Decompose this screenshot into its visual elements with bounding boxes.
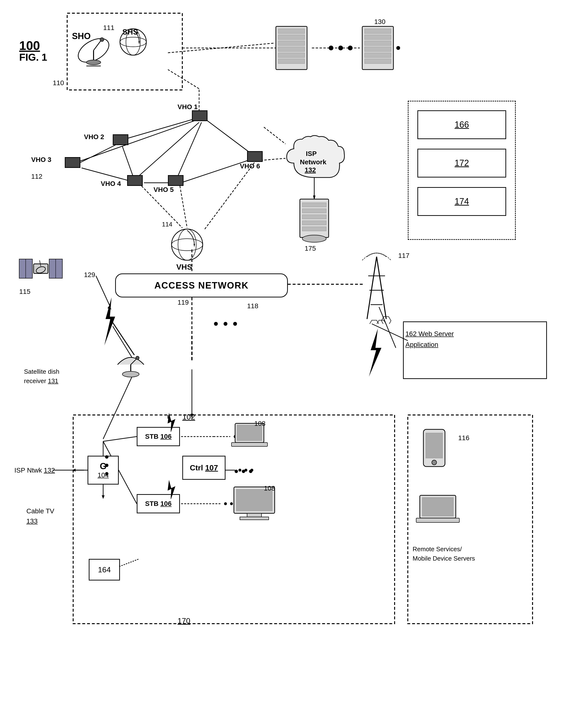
figure-title: FIG. 1 [19,51,47,63]
vho5-node [168,175,183,186]
svg-point-145 [242,470,245,473]
svg-line-8 [134,122,199,180]
svg-point-146 [249,470,252,473]
svg-point-96 [171,239,203,251]
vho5-label: VHO 5 [154,186,174,194]
svg-rect-80 [278,41,305,45]
svg-rect-90 [365,41,391,45]
svg-line-65 [103,374,133,439]
svg-line-6 [125,117,199,139]
isp-ntwk-label: ISP Ntwk 132 [14,465,55,476]
svg-rect-135 [240,517,269,520]
laptop-icon-2 [415,492,461,529]
box-174: 174 [417,187,506,216]
svg-line-10 [206,120,254,156]
vho1-label: VHO 1 [177,103,198,111]
lightning-bolt-stb2 [163,480,180,500]
svg-point-85 [338,45,343,50]
svg-point-22 [224,322,228,326]
svg-marker-76 [138,41,140,44]
lightning-bolt-stb1 [163,413,180,433]
lightning-bolt-2 [365,328,386,378]
server-cluster [271,19,415,87]
label-130: 130 [374,18,385,26]
svg-text:132: 132 [305,166,316,174]
svg-marker-124 [369,328,381,377]
vho1-node [192,110,207,121]
label-114: 114 [162,221,172,228]
svg-rect-140 [422,497,453,516]
svg-line-117 [377,257,386,319]
svg-point-49 [224,502,227,505]
access-network-box: ACCESS NETWORK [115,273,288,298]
svg-rect-93 [365,59,391,64]
vho4-node [127,175,143,186]
svg-text:Network: Network [300,158,327,166]
access-network-label: ACCESS NETWORK [154,280,248,291]
server-175 [295,197,333,246]
dots-home [103,453,110,478]
label-115: 115 [19,288,30,296]
svg-rect-88 [365,29,391,34]
svg-rect-82 [278,53,305,58]
svg-point-71 [100,38,104,41]
svg-marker-115 [104,298,115,345]
box-164: 164 [89,559,120,581]
satellite-icon [17,247,65,291]
label-118: 118 [247,302,258,310]
svg-rect-78 [278,29,305,34]
svg-point-147 [105,455,108,459]
vho3-label: VHO 3 [31,156,51,164]
vhs-label: VHS [176,263,192,272]
svg-marker-55 [102,495,105,499]
vho2-label: VHO 2 [84,133,104,141]
web-server-box [403,321,547,379]
diagram: 100 FIG. 1 SHO 111 SHS 110 [0,0,575,728]
svg-marker-121 [369,320,379,324]
svg-point-126 [122,371,139,377]
svg-text:ISP: ISP [306,150,317,158]
label-175: 175 [305,245,316,252]
remote-services-label: Remote Services/ Mobile Device Servers [413,545,475,563]
svg-rect-141 [416,518,460,522]
svg-line-16 [180,186,187,228]
svg-point-69 [87,60,101,65]
mobile-phone-icon [415,427,453,476]
svg-marker-97 [194,244,195,247]
svg-line-57 [103,437,137,441]
label-170: 170 [177,617,190,625]
svg-marker-53 [72,469,75,472]
shs-label: SHS [122,28,138,36]
label-117: 117 [398,252,409,259]
vhs-icon [168,226,206,265]
svg-point-86 [348,45,352,50]
label-112: 112 [31,173,42,180]
figure-ref: 100 [19,38,40,53]
label-108a: 108 [254,420,266,427]
sat-dish-receiver [113,345,149,380]
svg-point-107 [302,235,326,242]
satellite-dish-label: Satellite dishreceiver 131 [24,367,59,386]
svg-line-18 [182,158,254,182]
svg-line-7 [74,120,197,163]
vho2-node [113,134,128,145]
isp-network-cloud: ISP Network 132 [282,134,349,183]
svg-point-128 [136,356,139,359]
svg-rect-102 [302,203,326,207]
svg-rect-106 [302,227,326,231]
svg-point-75 [120,37,146,47]
svg-line-42 [168,43,273,53]
box-166: 166 [417,110,506,139]
svg-line-116 [367,257,377,319]
label-108b: 108 [264,485,275,492]
svg-rect-83 [278,59,305,64]
svg-line-17 [204,160,257,230]
cable-tv-label: Cable TV133 [26,506,54,526]
svg-rect-92 [365,53,391,58]
label-102: 102 [182,413,195,421]
label-119: 119 [177,299,189,306]
svg-point-144 [235,470,238,473]
label-111: 111 [103,24,114,32]
svg-point-21 [214,322,218,326]
svg-point-138 [432,460,437,465]
